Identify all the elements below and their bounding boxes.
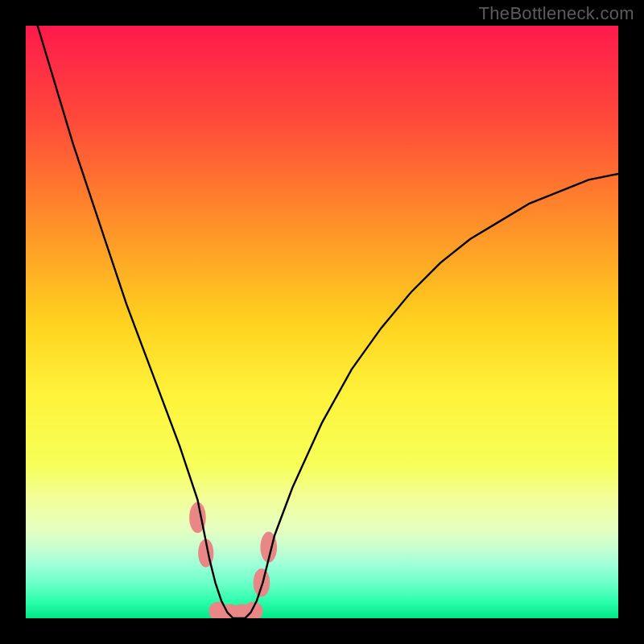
pink-blob-right-lower xyxy=(254,568,270,597)
bottleneck-curve xyxy=(38,26,618,618)
plot-area xyxy=(26,26,618,618)
chart-svg xyxy=(26,26,618,618)
watermark-text: TheBottleneck.com xyxy=(479,3,634,24)
outer-frame: TheBottleneck.com xyxy=(0,0,644,644)
